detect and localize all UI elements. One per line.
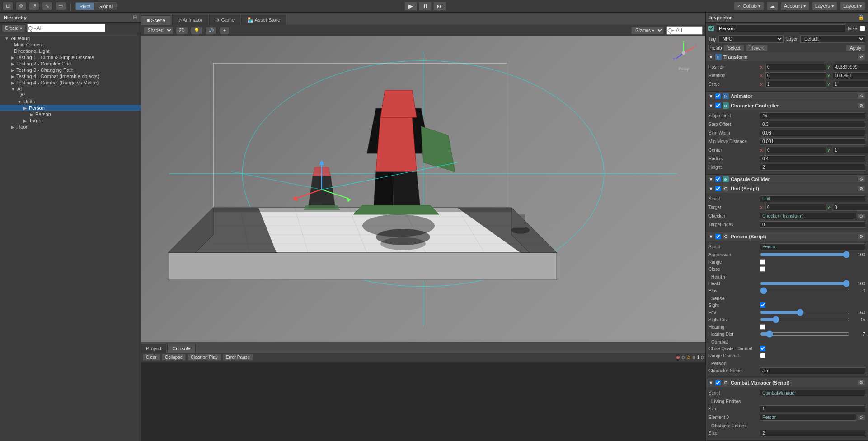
cc-header[interactable]: ▼ ⊙ Character Controller ⚙ xyxy=(706,101,868,110)
living-element0-pick-btn[interactable]: ⊙ xyxy=(857,415,865,420)
hierarchy-item-units[interactable]: ▼Units xyxy=(0,98,141,105)
cc-settings-icon[interactable]: ⚙ xyxy=(857,102,865,109)
slope-limit-input[interactable] xyxy=(760,112,865,119)
hierarchy-item-ai[interactable]: ▼AI xyxy=(0,86,141,92)
2d-button[interactable]: 2D xyxy=(176,27,188,34)
cc-checkbox[interactable] xyxy=(715,103,721,108)
tag-select[interactable]: NPC xyxy=(718,35,784,43)
target-index-input[interactable] xyxy=(760,221,865,228)
capsule-header[interactable]: ▼ ⊙ Capsule Collider ⚙ xyxy=(706,175,868,184)
close-quater-checkbox[interactable] xyxy=(760,346,765,351)
tab-asset-store[interactable]: 🏪 Asset Store xyxy=(241,15,286,25)
tgt-x-input[interactable] xyxy=(765,204,826,211)
person-header[interactable]: ▼ C Person (Script) ⚙ xyxy=(706,232,868,241)
collab-dropdown[interactable]: ✓ Collab ▾ xyxy=(734,2,764,10)
sight-checkbox[interactable] xyxy=(760,302,765,308)
collapse-button[interactable]: Collapse xyxy=(162,354,186,361)
hierarchy-create-btn[interactable]: Create ▾ xyxy=(2,24,25,32)
hierarchy-item-directional-light[interactable]: Directional Light xyxy=(0,48,141,54)
hierarchy-search-input[interactable] xyxy=(27,24,105,32)
fov-slider[interactable] xyxy=(760,310,850,315)
unit-settings-icon[interactable]: ⚙ xyxy=(857,186,865,192)
transform-settings-icon[interactable]: ⚙ xyxy=(857,54,865,60)
animator-checkbox[interactable] xyxy=(715,93,721,99)
toolbar-scale-btn[interactable]: ⤡ xyxy=(42,2,52,10)
tab-scene[interactable]: ≡ Scene xyxy=(141,15,171,25)
animator-header[interactable]: ▼ ▷ Animator ⚙ xyxy=(706,92,868,101)
char-name-input[interactable] xyxy=(760,367,865,374)
tab-project[interactable]: Project xyxy=(141,344,166,353)
blps-slider[interactable] xyxy=(760,288,850,293)
scale-y-input[interactable] xyxy=(833,81,868,88)
lighting-button[interactable]: 💡 xyxy=(191,27,202,34)
hierarchy-item-person2[interactable]: ▶Person xyxy=(0,111,141,117)
rot-x-input[interactable] xyxy=(765,72,826,79)
global-button[interactable]: Global xyxy=(94,3,116,10)
tab-game[interactable]: ⚙ Game xyxy=(209,15,240,25)
gizmos-select[interactable]: Gizmos ▾ xyxy=(631,27,664,34)
select-button[interactable]: Select xyxy=(723,45,744,51)
checker-input[interactable] xyxy=(760,213,856,219)
capsule-checkbox[interactable] xyxy=(715,176,721,182)
sight-dist-slider[interactable] xyxy=(760,317,850,322)
tab-console[interactable]: Console xyxy=(167,344,195,353)
aggression-slider[interactable] xyxy=(760,252,850,257)
center-x-input[interactable] xyxy=(765,147,826,153)
center-y-input[interactable] xyxy=(833,147,868,153)
sound-button[interactable]: 🔊 xyxy=(205,27,217,34)
hierarchy-item-person1[interactable]: ▶Person xyxy=(0,105,141,111)
scene-viewport[interactable]: X Y Z Persp ← xyxy=(141,36,705,342)
radius-input[interactable] xyxy=(760,155,865,162)
range-checkbox[interactable] xyxy=(760,259,765,265)
unit-script-input[interactable] xyxy=(760,195,865,202)
cm-script-input[interactable] xyxy=(760,390,865,396)
unit-header[interactable]: ▼ C Unit (Script) ⚙ xyxy=(706,184,868,193)
cloud-icon[interactable]: ☁ xyxy=(767,2,778,10)
tab-animator[interactable]: ▷ Animator xyxy=(172,15,208,25)
object-active-checkbox[interactable] xyxy=(708,26,714,31)
person-checkbox[interactable] xyxy=(715,234,721,239)
person-settings-icon[interactable]: ⚙ xyxy=(857,233,865,240)
layer-select[interactable]: Default xyxy=(800,35,865,43)
cm-checkbox[interactable] xyxy=(715,380,721,385)
checker-pick-btn[interactable]: ⊙ xyxy=(857,214,865,219)
person-script-input[interactable] xyxy=(760,243,865,250)
toolbar-icon-btn[interactable]: ⊞ xyxy=(3,2,13,10)
hearing-checkbox[interactable] xyxy=(760,324,765,330)
apply-button[interactable]: Apply xyxy=(846,45,865,51)
hierarchy-item-testing4a[interactable]: ▶Testing 4 - Combat (Interable objects) xyxy=(0,73,141,79)
layout-dropdown[interactable]: Layout ▾ xyxy=(840,2,865,10)
shaded-select[interactable]: Shaded xyxy=(144,27,173,34)
close-checkbox[interactable] xyxy=(760,266,765,272)
capsule-settings-icon[interactable]: ⚙ xyxy=(857,176,865,182)
hierarchy-item-main-camera[interactable]: Main Camera xyxy=(0,42,141,48)
animator-settings-icon[interactable]: ⚙ xyxy=(857,93,865,99)
hierarchy-item-target[interactable]: ▶Target xyxy=(0,117,141,124)
hierarchy-item-floor[interactable]: ▶Floor xyxy=(0,124,141,130)
living-element0-input[interactable] xyxy=(760,414,856,421)
account-dropdown[interactable]: Account ▾ xyxy=(781,2,809,10)
static-checkbox[interactable] xyxy=(860,26,865,31)
cm-header[interactable]: ▼ C Combat Manager (Script) ⚙ xyxy=(706,378,868,387)
object-name-input[interactable] xyxy=(717,24,845,32)
pause-button[interactable]: ⏸ xyxy=(419,2,432,11)
clear-on-play-button[interactable]: Clear on Play xyxy=(188,354,221,361)
step-offset-input[interactable] xyxy=(760,121,865,128)
unit-checkbox[interactable] xyxy=(715,186,721,191)
scale-x-input[interactable] xyxy=(765,81,826,88)
skin-width-input[interactable] xyxy=(760,130,865,136)
toolbar-move-btn[interactable]: ✥ xyxy=(16,2,26,10)
hierarchy-item-testing3[interactable]: ▶Testing 3 - Changing Path xyxy=(0,67,141,73)
layers-dropdown[interactable]: Layers ▾ xyxy=(812,2,837,10)
transform-header[interactable]: ▼ ⊞ Transform ⚙ xyxy=(706,52,868,61)
error-pause-button[interactable]: Error Pause xyxy=(223,354,253,361)
cm-settings-icon[interactable]: ⚙ xyxy=(857,380,865,386)
play-button[interactable]: ▶ xyxy=(404,2,417,11)
rot-y-input[interactable] xyxy=(833,72,868,79)
step-button[interactable]: ⏭ xyxy=(433,2,446,11)
revert-button[interactable]: Revert xyxy=(746,45,767,51)
pos-y-input[interactable] xyxy=(833,64,868,70)
hearing-dist-slider[interactable] xyxy=(760,331,850,337)
hierarchy-item-testing4b[interactable]: ▶Testing 4 - Combat (Range vs Melee) xyxy=(0,79,141,86)
height-input[interactable] xyxy=(760,164,865,171)
